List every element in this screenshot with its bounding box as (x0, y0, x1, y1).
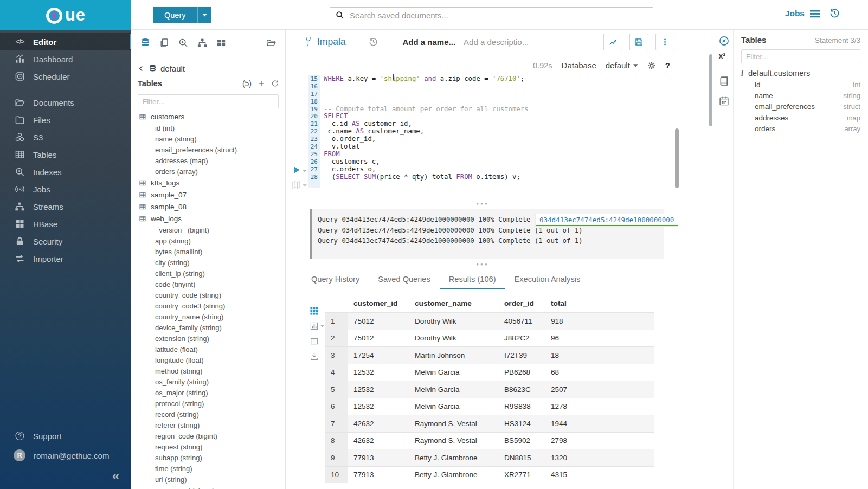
tree-column[interactable]: time (string) (138, 463, 279, 474)
tree-table-customers[interactable]: customers (138, 111, 279, 123)
tree-column[interactable]: email_preferences (struct) (138, 144, 279, 155)
gridapps-icon[interactable] (216, 38, 226, 48)
table-row[interactable]: 5 12532Melvin GarciaB8623C2507 (325, 381, 654, 398)
main-scrollbar[interactable] (709, 54, 712, 126)
tree-column[interactable]: region_code (bigint) (138, 430, 279, 441)
save-button[interactable] (629, 34, 648, 50)
tab-saved-queries[interactable]: Saved Queries (369, 269, 440, 289)
right-column-row[interactable]: orders array (741, 124, 860, 134)
table-row[interactable]: 9 77913Betty J. GiambroneDN88151320 (325, 449, 654, 466)
sidebar-item-indexes[interactable]: Indexes (0, 163, 131, 181)
copy-icon[interactable] (159, 38, 169, 48)
tree-column[interactable]: orders (array) (138, 166, 279, 177)
collapse-sidebar-icon[interactable]: « (112, 468, 119, 483)
download-results-icon[interactable] (310, 352, 318, 361)
sidebar-item-user[interactable]: R romain@gethue.com (0, 446, 131, 465)
tab-query-history[interactable]: Query History (302, 269, 369, 289)
add-table-icon[interactable] (258, 80, 265, 87)
table-row[interactable]: 2 75012Dorothy WilkJ882C296 (325, 330, 654, 347)
hue-logo[interactable]: ue (0, 0, 131, 30)
database-breadcrumb[interactable]: default (138, 61, 279, 75)
tree-column[interactable]: protocol (string) (138, 398, 279, 409)
tree-column[interactable]: _version_ (bigint) (138, 224, 279, 235)
right-column-row[interactable]: id int (741, 79, 860, 90)
execute-caret-icon[interactable] (303, 169, 307, 172)
tree-column[interactable]: extension (string) (138, 333, 279, 344)
query-id-link[interactable]: 034d413ec7474ed5:4249de1000000000 (536, 214, 678, 226)
sidebar-item-streams[interactable]: Streams (0, 198, 131, 215)
tree-column[interactable]: referer (string) (138, 420, 279, 430)
tree-table-sample-07[interactable]: sample_07 (138, 189, 279, 201)
query-button[interactable]: Query (153, 7, 211, 23)
tree-table-k8s-logs[interactable]: k8s_logs (138, 177, 279, 189)
tree-column[interactable]: os_family (string) (138, 376, 279, 387)
more-actions-button[interactable] (655, 34, 674, 50)
docsbook-icon[interactable] (719, 76, 729, 86)
query-name-field[interactable]: Add a name... (403, 37, 456, 47)
sidebar-item-files[interactable]: Files (0, 111, 131, 128)
tree-column[interactable]: bytes (smallint) (138, 246, 279, 257)
execute-play-button[interactable] (293, 166, 301, 174)
column-header-customer-name[interactable]: customer_name (409, 299, 499, 307)
tree-column[interactable]: request (string) (138, 441, 279, 452)
tree-column[interactable]: id (int) (138, 123, 279, 133)
sidebar-item-support[interactable]: Support (0, 426, 131, 446)
snippet-history-icon[interactable] (369, 37, 378, 47)
compass-icon[interactable] (719, 36, 729, 46)
editor-scrollbar[interactable] (675, 128, 679, 188)
table-row[interactable]: 1 75012Dorothy Wilk4056711918 (325, 312, 654, 330)
resize-handle-top[interactable]: ●●● (286, 201, 679, 206)
table-row[interactable]: 7 42632Raymond S. VestalHS31241944 (325, 415, 654, 432)
fx-icon[interactable]: x² (719, 56, 729, 66)
calendar-icon[interactable] (719, 96, 729, 106)
table-row[interactable]: 8 42632Raymond S. VestalBS59022798 (325, 432, 654, 449)
tree-column[interactable]: url (string) (138, 474, 279, 485)
sidebar-item-dashboard[interactable]: Dashboard (0, 50, 131, 68)
tree-column[interactable]: city (string) (138, 257, 279, 268)
query-description-field[interactable]: Add a descriptio... (464, 37, 529, 47)
tree-column[interactable]: code (tinyint) (138, 279, 279, 289)
resize-handle-bottom[interactable]: ●●● (286, 262, 679, 267)
tree-column[interactable]: latitude (float) (138, 344, 279, 355)
tree-column[interactable]: addresses (map) (138, 155, 279, 166)
sidebar-item-s3[interactable]: S3 (0, 128, 131, 146)
columns-view-icon[interactable] (310, 337, 318, 345)
tab-results-106-[interactable]: Results (106) (440, 269, 505, 289)
table-row[interactable]: 6 12532Melvin GarciaR9S8381278 (325, 398, 654, 415)
tree-column[interactable]: country_name (string) (138, 311, 279, 322)
column-header-order-id[interactable]: order_id (499, 299, 545, 307)
tree-column[interactable]: longitude (float) (138, 355, 279, 365)
sidebar-item-editor[interactable]: </> Editor (0, 33, 131, 50)
column-header-customer-id[interactable]: customer_id (348, 299, 409, 307)
search-input[interactable] (330, 8, 653, 23)
help-icon[interactable]: ? (665, 61, 670, 70)
database-icon[interactable] (140, 38, 150, 48)
query-dropdown-caret[interactable] (197, 7, 211, 23)
sidebar-item-scheduler[interactable]: Scheduler (0, 68, 131, 85)
chart-button[interactable] (603, 34, 622, 50)
right-column-row[interactable]: addresses map (741, 112, 860, 123)
presentation-caret-icon[interactable] (303, 184, 307, 187)
tree-column[interactable]: app (string) (138, 235, 279, 246)
history-icon[interactable] (830, 8, 840, 18)
jobs-link[interactable]: Jobs (785, 9, 820, 18)
tree-column[interactable]: os_major (string) (138, 387, 279, 398)
zoomplus-icon[interactable] (178, 38, 188, 48)
tree-column[interactable]: subapp (string) (138, 452, 279, 463)
table-row[interactable]: 3 17254Martin JohnsonI72T3918 (325, 346, 654, 364)
table-row[interactable]: 10 77913Betty J. GiambroneXR27714315 (325, 466, 654, 484)
code-editor[interactable]: 15 WHERE a.key = 'shipping' and a.zip_co… (308, 75, 529, 188)
tree-column[interactable]: client_ip (string) (138, 268, 279, 279)
tree-column[interactable]: method (string) (138, 365, 279, 376)
sidebar-item-tables[interactable]: Tables (0, 146, 131, 163)
streams-icon[interactable] (197, 38, 207, 48)
documents-icon[interactable] (266, 38, 276, 48)
engine-selector[interactable]: Impala (304, 36, 346, 48)
tree-column[interactable]: country_code3 (string) (138, 300, 279, 311)
table-filter-input[interactable] (138, 94, 279, 108)
table-row[interactable]: 4 12532Melvin GarciaPB626868 (325, 364, 654, 381)
tree-column[interactable]: user_agent (string) (138, 485, 279, 489)
right-filter-input[interactable] (741, 49, 860, 63)
active-table-row[interactable]: i default.customers (741, 69, 860, 78)
tree-column[interactable]: country_code (string) (138, 289, 279, 300)
